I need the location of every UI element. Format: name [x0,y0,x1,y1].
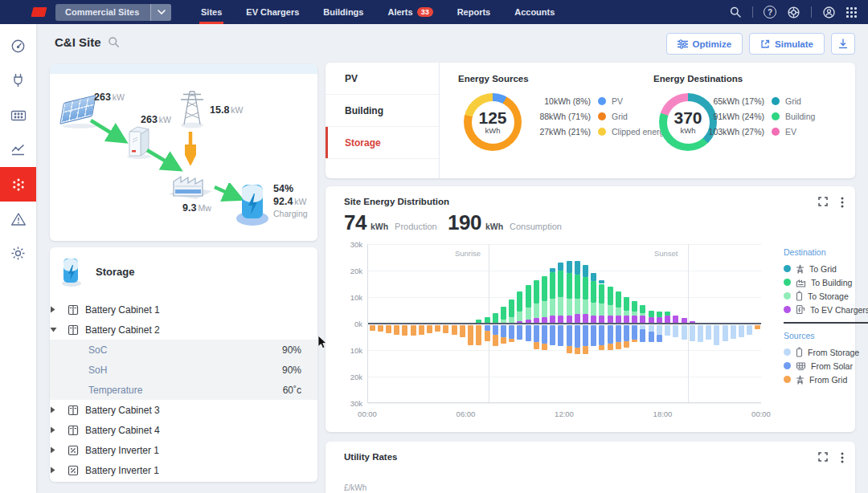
bar-from_grid[interactable] [755,325,760,329]
account-icon[interactable] [822,6,836,19]
bar-from_storage[interactable] [706,325,711,340]
bar-from_solar[interactable] [493,325,498,335]
kebab-menu-icon[interactable] [841,452,844,463]
bar-to_building[interactable] [526,285,531,308]
bar-from_solar[interactable] [624,325,629,341]
tab-pv[interactable]: PV [326,63,439,95]
bar-from_grid[interactable] [435,325,440,332]
bar-from_solar[interactable] [616,325,621,342]
bar-to_storage[interactable] [599,304,604,316]
bar-from_grid[interactable] [443,325,448,333]
bar-to_storage[interactable] [640,313,645,316]
nav-tab-alerts[interactable]: Alerts33 [375,0,444,24]
bar-from_storage[interactable] [723,325,728,341]
bar-from_storage[interactable] [731,325,736,339]
bar-from_storage[interactable] [739,325,744,337]
energy-sources-donut[interactable]: 125 kWh [464,93,522,151]
bar-from_solar[interactable] [567,325,572,346]
bar-from_solar[interactable] [575,325,580,348]
bar-from_grid[interactable] [427,325,432,333]
bar-to_building[interactable] [583,277,588,299]
bar-to_grid[interactable] [575,261,580,275]
bar-from_storage[interactable] [657,325,662,335]
bar-to_storage[interactable] [550,299,555,316]
bar-to_building[interactable] [665,312,670,316]
bar-from_solar[interactable] [526,325,531,341]
bar-to_building[interactable] [509,299,514,316]
bar-to_building[interactable] [558,271,563,297]
bar-to_storage[interactable] [517,312,522,321]
bar-to_storage[interactable] [526,308,531,320]
bar-from_grid[interactable] [394,325,399,335]
nav-tab-accounts[interactable]: Accounts [502,0,567,24]
bar-from_storage[interactable] [698,325,703,342]
chart-legend-item-to_ev[interactable]: To EV Chargers [784,303,868,316]
expand-icon[interactable] [818,197,828,208]
bar-from_grid[interactable] [460,325,465,337]
chart-legend-item-to_building[interactable]: To Building [784,275,868,289]
bar-from_storage[interactable] [649,325,654,332]
bar-to_grid[interactable] [591,273,596,281]
sidebar-item-trend[interactable] [0,132,36,167]
sidebar-item-gear[interactable] [0,236,36,271]
sidebar-item-hub[interactable] [0,167,36,202]
bar-to_building[interactable] [567,273,572,298]
bar-to_storage[interactable] [583,299,588,314]
bar-from_solar[interactable] [608,325,613,344]
bar-to_building[interactable] [517,291,522,312]
bar-from_grid[interactable] [468,325,473,345]
download-button[interactable] [831,33,855,55]
nav-tab-ev-chargers[interactable]: EV Chargers [234,0,311,24]
sidebar-item-gauge[interactable] [0,29,36,63]
bar-to_storage[interactable] [558,297,563,316]
bar-from_solar[interactable] [517,325,522,340]
distribution-chart-plot[interactable]: SunriseSunset [367,244,761,403]
bar-from_storage[interactable] [690,325,695,341]
bar-to_grid[interactable] [567,261,572,273]
bar-to_grid[interactable] [558,263,563,271]
storage-item-battery-inverter-1-5[interactable]: Battery Inverter 1 [50,460,317,480]
bar-from_solar[interactable] [599,325,604,345]
help-icon[interactable]: ? [764,6,776,18]
bar-to_building[interactable] [542,276,547,301]
bar-from_grid[interactable] [632,340,637,342]
chart-legend-item-to_grid[interactable]: To Grid [784,262,868,275]
bar-from_grid[interactable] [599,345,604,351]
bar-to_grid[interactable] [583,265,588,277]
bar-from_storage[interactable] [665,325,670,336]
bar-to_building[interactable] [649,311,654,317]
bar-from_grid[interactable] [485,331,490,341]
bar-from_grid[interactable] [411,325,416,336]
bar-from_grid[interactable] [616,342,621,348]
bar-from_grid[interactable] [542,344,547,350]
bar-from_solar[interactable] [591,325,596,346]
sidebar-item-warning[interactable] [0,202,36,236]
nav-tab-sites[interactable]: Sites [189,0,234,24]
site-selector-dropdown[interactable]: Commercial Sites [55,4,171,21]
nav-tab-reports[interactable]: Reports [445,0,503,24]
bar-to_storage[interactable] [567,299,572,316]
bar-from_solar[interactable] [640,329,645,343]
bar-from_grid[interactable] [402,325,407,336]
bar-from_grid[interactable] [452,325,457,335]
bar-to_grid[interactable] [550,268,555,272]
bar-to_building[interactable] [640,305,645,313]
bar-from_grid[interactable] [534,342,539,348]
site-search-icon[interactable] [108,36,120,48]
bar-to_storage[interactable] [542,301,547,317]
bar-from_solar[interactable] [534,325,539,342]
bar-from_grid[interactable] [575,348,580,354]
bar-to_building[interactable] [632,301,637,312]
storage-item-battery-cabinet-2-1[interactable]: Battery Cabinet 2 [50,320,317,340]
bar-from_grid[interactable] [567,346,572,352]
bar-to_building[interactable] [616,291,621,308]
sidebar-item-plug[interactable] [0,63,36,98]
bar-to_grid[interactable] [599,280,604,284]
bar-from_solar[interactable] [550,325,555,345]
expand-icon[interactable] [818,452,828,463]
bar-from_storage[interactable] [673,325,678,337]
bar-from_grid[interactable] [386,325,391,333]
optimize-button[interactable]: Optimize [666,33,743,55]
bar-from_solar[interactable] [649,332,654,342]
bar-to_building[interactable] [534,280,539,304]
